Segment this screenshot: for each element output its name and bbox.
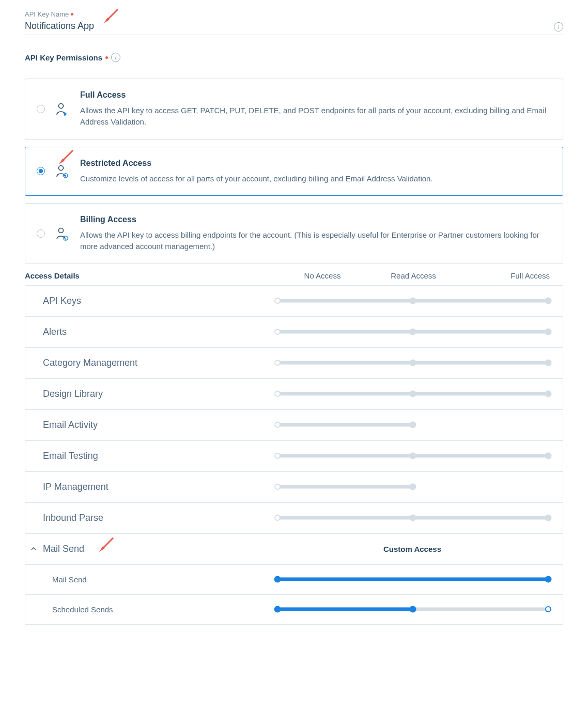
permission-title: Billing Access: [80, 215, 550, 224]
access-row-expandable[interactable]: Mail Send Custom Access: [25, 534, 563, 565]
access-subrow: Mail Send: [25, 565, 563, 595]
access-slider[interactable]: [277, 360, 548, 366]
svg-point-3: [59, 166, 64, 171]
svg-text:$: $: [65, 237, 67, 240]
permission-option-billing[interactable]: $ Billing Access Allows the API key to a…: [25, 203, 563, 264]
permission-title: Full Access: [80, 90, 550, 100]
permission-description: Allows the API key to access billing end…: [80, 229, 550, 252]
required-indicator: [105, 56, 108, 59]
permissions-section-title: API Key Permissions i: [25, 53, 120, 62]
radio-billing[interactable]: [37, 229, 45, 238]
user-star-icon: [55, 102, 70, 116]
access-slider[interactable]: [277, 422, 548, 428]
access-row: Category Management: [25, 348, 563, 379]
info-icon[interactable]: i: [554, 22, 563, 32]
access-row: API Keys: [25, 286, 563, 317]
access-slider[interactable]: [277, 515, 548, 521]
access-subrow: Scheduled Sends: [25, 595, 563, 625]
access-row-label: IP Management: [43, 482, 277, 492]
access-row: Email Testing: [25, 441, 563, 472]
radio-full[interactable]: [37, 105, 45, 113]
access-row-label: Mail Send: [52, 575, 277, 584]
permission-description: Customize levels of access for all parts…: [80, 173, 550, 184]
col-full-access: Full Access: [459, 271, 563, 280]
permission-description: Allows the API key to access GET, PATCH,…: [80, 105, 550, 128]
access-details-heading: Access Details: [25, 271, 277, 280]
access-slider[interactable]: [277, 329, 548, 335]
access-row-label: Design Library: [43, 389, 277, 399]
access-slider[interactable]: [277, 606, 548, 612]
access-row-label: Email Testing: [43, 451, 277, 461]
access-slider[interactable]: [277, 453, 548, 459]
permission-option-restricted[interactable]: Restricted Access Customize levels of ac…: [25, 147, 563, 196]
svg-marker-11: [59, 159, 65, 164]
annotation-arrow-icon: [57, 148, 75, 166]
required-indicator: [71, 13, 73, 16]
access-slider[interactable]: [277, 576, 548, 582]
access-row-label: API Keys: [43, 296, 277, 306]
access-slider[interactable]: [277, 391, 548, 397]
access-slider[interactable]: [277, 484, 548, 490]
info-icon[interactable]: i: [111, 53, 120, 62]
access-row: Design Library: [25, 379, 563, 410]
permission-title: Restricted Access: [80, 159, 550, 168]
access-row: Email Activity: [25, 410, 563, 441]
access-row-label: Category Management: [43, 358, 277, 368]
access-slider[interactable]: [277, 298, 548, 304]
svg-point-5: [65, 175, 67, 177]
access-row: Inbound Parse: [25, 503, 563, 534]
access-row: IP Management: [25, 472, 563, 503]
access-row-label: Mail Send: [39, 544, 276, 554]
user-gear-icon: [55, 164, 70, 178]
access-row-label: Inbound Parse: [43, 513, 277, 523]
access-row-label: Scheduled Sends: [52, 605, 277, 614]
svg-point-2: [59, 103, 64, 108]
api-key-name-input[interactable]: Notifications App: [25, 21, 554, 32]
custom-access-label: Custom Access: [276, 545, 548, 553]
chevron-up-icon[interactable]: [28, 546, 39, 552]
access-row-label: Alerts: [43, 327, 277, 337]
svg-point-12: [59, 228, 64, 233]
user-dollar-icon: $: [55, 226, 70, 241]
radio-restricted[interactable]: [37, 167, 45, 175]
access-row-label: Email Activity: [43, 420, 277, 430]
permission-option-full[interactable]: Full Access Allows the API key to access…: [25, 79, 563, 140]
col-read-access: Read Access: [368, 271, 459, 280]
api-key-name-label: API Key Name: [25, 10, 73, 18]
access-row: Alerts: [25, 317, 563, 348]
svg-line-10: [61, 150, 73, 162]
col-no-access: No Access: [277, 271, 368, 280]
